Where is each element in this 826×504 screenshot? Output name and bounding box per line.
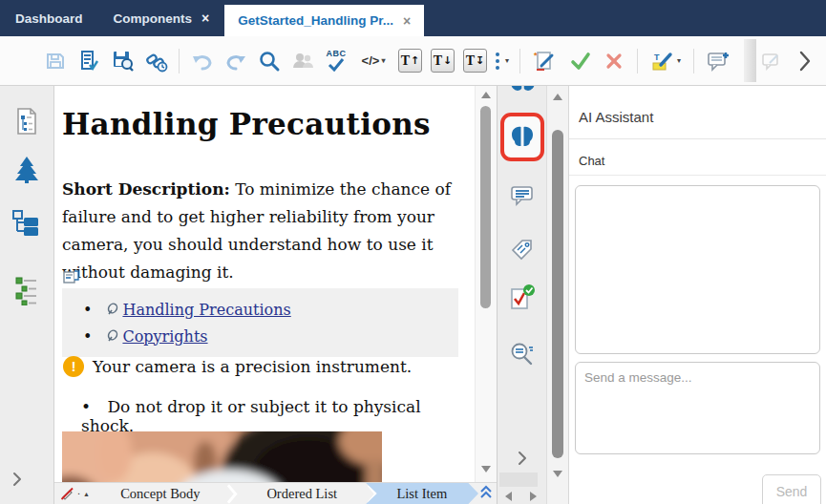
bullet: • <box>83 327 92 346</box>
horizontal-scrollbar-thumb[interactable] <box>499 472 538 487</box>
outline-view-icon[interactable] <box>13 107 40 139</box>
chat-section-label: Chat <box>579 154 604 168</box>
chevron-down-icon[interactable]: ▾ <box>381 56 385 65</box>
redo-icon[interactable] <box>223 49 248 74</box>
message-input[interactable] <box>575 362 820 454</box>
related-links-box: • Handling Precautions • Copyrights <box>62 288 458 357</box>
tab-components[interactable]: Components × <box>98 0 225 36</box>
spell-check-icon[interactable]: ABC <box>324 49 349 74</box>
structure-view-icon[interactable] <box>13 275 40 309</box>
rail-expand-chevron-icon[interactable] <box>517 451 528 470</box>
review-users-icon[interactable] <box>290 49 315 74</box>
collapse-double-chevron-icon[interactable] <box>478 483 494 504</box>
breadcrumb: . ▲ Concept Body Ordered List List Item <box>54 482 497 504</box>
more-options-button[interactable]: ▾ <box>496 52 509 70</box>
demote-button[interactable]: T↓ <box>431 49 455 73</box>
toolbar-separator <box>693 49 694 74</box>
link-label: Handling Precautions <box>122 301 290 319</box>
close-icon[interactable]: × <box>201 10 209 26</box>
save-as-search-icon[interactable] <box>110 49 135 74</box>
divider <box>569 175 826 176</box>
link-icon <box>105 303 118 316</box>
partial-top-icon[interactable] <box>508 86 537 99</box>
ai-panel-title: AI Assistant <box>579 109 653 125</box>
tab-getstarted-handling[interactable]: GetStarted_Handling Pr... × <box>224 5 424 36</box>
brain-icon <box>508 124 537 151</box>
save-icon[interactable] <box>43 49 68 74</box>
validate-icon[interactable] <box>76 49 101 74</box>
undo-icon[interactable] <box>190 49 215 74</box>
track-changes-icon[interactable]: * <box>531 49 560 74</box>
main-toolbar: ABC </> ▾ T↑ T↓ T↧ ▾ * T <box>0 36 826 86</box>
close-icon[interactable]: × <box>403 13 411 29</box>
related-link-row: • Handling Precautions <box>62 296 458 323</box>
svg-text:T: T <box>654 52 660 62</box>
scrollbar-thumb[interactable] <box>480 106 491 308</box>
toolbar-separator <box>519 49 520 74</box>
link-label: Copyrights <box>122 327 207 346</box>
document-title: Handling Precautions <box>62 107 431 141</box>
dita-map-manager-icon[interactable] <box>11 208 42 241</box>
mode-up-triangle-icon[interactable]: ▲ <box>83 491 90 497</box>
abc-label: ABC <box>327 50 347 58</box>
merge-arrow-icon: ↧ <box>476 54 484 67</box>
breadcrumb-item-list-item[interactable]: List Item <box>366 483 478 504</box>
link-copyrights[interactable]: Copyrights <box>105 327 207 346</box>
scroll-left-arrow-icon[interactable] <box>505 492 512 501</box>
add-comment-icon[interactable] <box>705 49 733 74</box>
promote-button[interactable]: T↑ <box>398 49 422 73</box>
chat-history-box[interactable] <box>575 185 820 354</box>
scroll-up-arrow-icon[interactable] <box>481 92 491 98</box>
sidebar-expand-chevron-icon[interactable] <box>11 472 23 491</box>
right-rail-toolbar <box>497 86 546 504</box>
tab-dashboard[interactable]: Dashboard <box>0 0 98 36</box>
related-links-icon <box>63 270 80 287</box>
merge-button[interactable]: T↧ <box>463 49 487 73</box>
bullet: • <box>81 397 91 416</box>
editor-pane: Handling Precautions Short Description: … <box>54 86 497 504</box>
scroll-down-arrow-icon[interactable] <box>553 471 562 477</box>
document-canvas[interactable]: Handling Precautions Short Description: … <box>54 86 475 482</box>
link-handling-precautions[interactable]: Handling Precautions <box>105 301 290 319</box>
reject-change-icon[interactable] <box>602 49 626 74</box>
left-sidebar <box>0 86 54 504</box>
chevron-down-icon: ▾ <box>505 56 509 65</box>
related-link-row: • Copyrights <box>62 323 458 349</box>
tags-icon[interactable] <box>509 237 536 267</box>
scrollbar-thumb[interactable] <box>552 130 563 458</box>
down-arrow-icon: ↓ <box>443 54 452 67</box>
comments-icon[interactable] <box>509 183 536 212</box>
insert-link-icon[interactable] <box>143 49 168 74</box>
scroll-down-arrow-icon[interactable] <box>481 466 491 472</box>
breadcrumb-mode-icons[interactable]: . ▲ <box>54 487 95 501</box>
breadcrumb-item-concept-body[interactable]: Concept Body <box>95 483 225 504</box>
divider <box>569 138 826 139</box>
hidden-overflow-icon <box>759 49 784 74</box>
toolbar-expand-chevron-icon[interactable] <box>793 49 817 74</box>
scroll-right-arrow-icon[interactable] <box>530 492 537 501</box>
send-button[interactable]: Send <box>762 474 821 504</box>
search-icon[interactable] <box>257 49 282 74</box>
editor-vertical-scrollbar[interactable] <box>475 86 497 482</box>
bullet: • <box>83 301 92 319</box>
svg-text:*: * <box>534 51 538 60</box>
accept-change-icon[interactable] <box>568 49 593 74</box>
tab-label: Dashboard <box>15 11 83 26</box>
scroll-up-arrow-icon[interactable] <box>553 94 562 100</box>
review-tree-icon[interactable] <box>13 156 40 188</box>
search-preview-icon[interactable] <box>509 342 536 374</box>
highlight-button[interactable]: T ▾ <box>648 49 683 74</box>
app-window: Dashboard Components × GetStarted_Handli… <box>0 0 826 504</box>
up-arrow-icon: ↑ <box>411 54 419 67</box>
breadcrumb-item-ordered-list[interactable]: Ordered List <box>238 483 366 504</box>
t-label: T <box>466 53 475 69</box>
source-view-icon[interactable]: </> ▾ <box>357 49 390 74</box>
panel-vertical-scrollbar[interactable] <box>546 86 568 504</box>
tab-bar: Dashboard Components × GetStarted_Handli… <box>0 0 826 36</box>
toolbar-separator <box>179 49 180 74</box>
toolbar-separator <box>637 49 638 74</box>
t-label: T <box>401 53 410 69</box>
ai-assistant-rail-button[interactable] <box>500 113 544 161</box>
validation-status-icon[interactable] <box>508 284 537 318</box>
ai-assistant-panel: AI Assistant Chat Send <box>568 86 826 504</box>
